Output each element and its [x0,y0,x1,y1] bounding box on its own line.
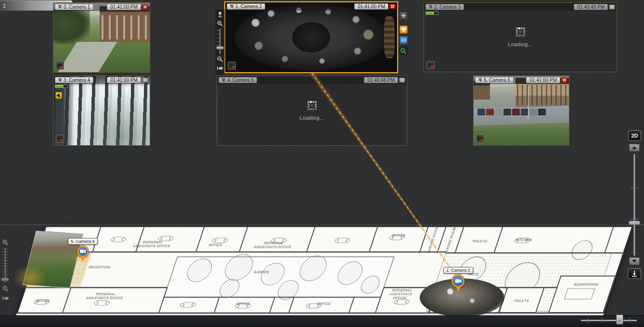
up-arrow-icon [632,146,637,149]
magnifier-minus-icon[interactable] [1,285,9,292]
floor-plan-map[interactable]: OFFICE PERSONAL ASSISTANTS OFFICE OFFICE… [16,226,633,314]
camera4-timestamp: 01:41:00 PM [107,77,141,83]
windows-shape [517,85,567,105]
magnifier-plus-icon[interactable] [1,239,9,246]
pan-tick [630,317,630,323]
lamp-post-shape [528,87,529,119]
map-marker-camera2[interactable]: 1. Camera 2 [443,267,473,292]
building-shape [100,6,150,42]
map-zoom-slider[interactable] [2,248,9,283]
camera3-video-loading[interactable]: Loading... [424,3,617,72]
room-label: PERSONAL ASSISTANTS OFFICE [386,289,416,300]
marker-label[interactable]: 1. Camera 2 [443,267,473,274]
recording-indicator-icon [389,4,396,9]
camera-indicator-icon[interactable] [476,135,484,143]
camera4-titlebar: 3. Camera 4 01:41:00 PM [53,76,150,84]
recording-indicator-icon [399,77,405,83]
stream-progress-bar [425,12,438,15]
map-marker-camera6[interactable]: 5. Camera 6 [68,238,98,262]
tilt-slider-handle[interactable] [629,221,640,225]
room-label: OFFICE [208,243,223,247]
recording-indicator-icon [142,4,148,10]
tilt-slider-rail[interactable] [633,154,635,256]
camera2-titlebar: 1. Camera 2 01:41:00 PM [225,2,397,11]
tilt-down-button[interactable] [629,257,640,265]
camera-tile-5[interactable]: Loading... 4. Camera 5 01:40:48 PM [217,75,407,146]
camera5-titlebar: 4. Camera 5 01:40:48 PM [217,76,407,84]
camera5-time-group: 01:40:48 PM [364,77,405,83]
room-label: PERSONAL ASSISTANTS OFFICE [131,240,173,248]
camera-indicator-icon[interactable] [228,62,236,70]
menu-caret-icon [429,5,432,9]
camera-tile-4[interactable]: 3. Camera 4 01:41:00 PM [53,75,150,146]
magnifier-plus-icon[interactable] [216,20,224,27]
map-zoom-handle[interactable] [1,278,9,281]
camera4-title-button[interactable]: 3. Camera 4 [55,77,93,83]
fit-view-button[interactable] [628,268,641,279]
camera-indicator-icon[interactable] [426,61,435,69]
speaker-icon[interactable] [55,92,62,99]
map-pan-slider-rail[interactable] [581,320,637,321]
playback-button filmstrip-icon[interactable] [399,36,408,44]
pan-tick [588,317,588,323]
add-button[interactable] [399,12,408,20]
camera4-video[interactable] [53,76,150,145]
map-2d-mode-button[interactable]: 2D [628,130,641,141]
room-label: OFFICE [317,302,332,306]
floor-plan-drawing [16,226,633,314]
zoom-slider[interactable] [217,29,223,54]
camera-indicator-icon[interactable] [56,135,64,143]
camera-pin-icon[interactable] [452,275,465,288]
camera-title: 4. Camera 5 [227,77,254,83]
room-label: BOARDROOM [573,283,599,287]
pan-tick [602,317,602,323]
view-mode-group [399,25,408,55]
live-view-button monitor-icon[interactable] [399,25,408,34]
camera3-title-button[interactable]: 2. Camera 3 [425,4,464,10]
camera-tile-6[interactable]: 5. Camera 6 01:41:00 PM [473,75,569,146]
smart-search-button magnifier-icon[interactable] [399,47,408,55]
menu-caret-icon [478,78,482,82]
zoom-slider-handle[interactable] [216,46,224,50]
camera2-title-button[interactable]: 1. Camera 2 [227,3,265,10]
camera1-title-button[interactable]: 0. Camera 1 [55,4,93,10]
camera1-video[interactable] [53,3,150,72]
joystick-pin-icon[interactable] [216,11,224,18]
menu-caret-icon [230,5,233,8]
marker-label[interactable]: 5. Camera 6 [68,238,98,245]
camera2-video[interactable] [225,2,397,72]
room-label: RECEPTION [88,265,111,269]
menu-caret-icon [58,78,62,82]
camera3-titlebar: 2. Camera 3 01:40:48 PM [424,3,617,11]
camera6-title-button[interactable]: 5. Camera 6 [475,77,514,83]
camera-tile-1[interactable]: 0. Camera 1 01:41:00 PM [53,2,150,73]
room-label: TOILETS [471,239,488,243]
menu-caret-icon [58,5,62,9]
tilt-up-button[interactable] [629,144,640,151]
room-label: OFFICE [36,299,51,303]
camera3-time-group: 01:40:48 PM [574,4,615,10]
camera-pin-icon[interactable] [77,246,89,257]
camera6-video[interactable] [474,76,569,145]
menu-caret-icon [222,78,225,82]
room-label: KITCHEN [515,238,532,242]
camera-preset-icon[interactable] [216,64,224,72]
camera-tile-3[interactable]: Loading... 2. Camera 3 01:40:48 PM [424,2,617,72]
room-label: GARDEN [253,270,270,274]
camera-tile-2-selected[interactable]: 1. Camera 2 01:41:00 PM [224,1,398,73]
map-pan-slider-handle horizontal-arrows-icon[interactable]: ↔ [616,314,623,325]
room-label: OFFICE [391,234,406,238]
camera6-time-group: 01:41:00 PM [526,77,567,83]
room-label: OFFICE [236,302,251,306]
path-shape [57,42,117,72]
camera5-title-button[interactable]: 4. Camera 5 [219,77,257,83]
windows-shape [102,15,148,39]
pin-tail [80,256,85,262]
camera-preset-icon[interactable] [1,294,9,302]
camera5-video-loading[interactable]: Loading... [217,76,407,145]
room-label: TOILETS [513,299,530,303]
camera-indicator-icon[interactable] [56,62,64,70]
room-label: PERSONAL ASSISTANTS OFFICE [252,241,294,249]
square-spinner-icon [308,101,317,110]
magnifier-minus-icon[interactable] [216,55,224,63]
